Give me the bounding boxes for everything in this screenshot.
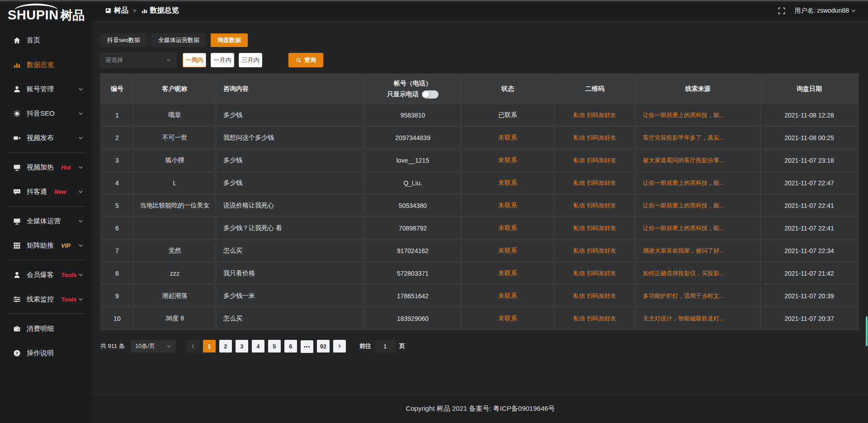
scan-add-friend-link[interactable]: 扫码加好友: [587, 225, 616, 231]
sidebar-item-lead-monitor[interactable]: 线索监控Tools: [0, 287, 93, 311]
page-button-5[interactable]: 5: [268, 340, 281, 352]
source-link[interactable]: 被大家追着问的客厅投影分享...: [643, 157, 724, 164]
sidebar-item-label: 线索监控: [27, 295, 54, 304]
sidebar-item-label: 会员爆客: [27, 271, 54, 279]
chevron-down-icon: [78, 86, 84, 92]
sidebar-item-member-baoke[interactable]: 会员爆客Tools: [0, 263, 93, 287]
scan-add-friend-link[interactable]: 扫码加好友: [587, 157, 616, 164]
cell-nickname: 当地比较能吃的一位美女: [134, 194, 216, 217]
tab-2[interactable]: 询盘数据: [211, 33, 248, 47]
cell-nickname: [134, 217, 216, 240]
chevron-down-icon: [78, 272, 84, 278]
sidebar-item-home[interactable]: 首页: [0, 28, 93, 52]
cell-account: 183929060: [364, 307, 462, 330]
scan-add-friend-link[interactable]: 扫码加好友: [587, 315, 616, 322]
scan-add-friend-link[interactable]: 扫码加好友: [587, 202, 616, 209]
cell-qrcode: 私信扫码加好友: [554, 172, 636, 194]
cell-content: 我只看价格: [216, 262, 364, 285]
goto-page-input[interactable]: [375, 340, 395, 352]
period-button-2[interactable]: 三月内: [239, 53, 262, 67]
sidebar-item-douyin-seo[interactable]: 抖音SEO: [0, 101, 93, 126]
sidebar-item-badge: Tools: [61, 272, 76, 278]
page-button-4[interactable]: 4: [252, 340, 264, 352]
private-msg-link[interactable]: 私信: [573, 202, 585, 209]
sidebar-item-data-overview[interactable]: 数据总览: [0, 52, 93, 77]
page-ellipsis-button[interactable]: •••: [301, 340, 313, 353]
cell-account: 178651642: [364, 285, 462, 307]
private-msg-link[interactable]: 私信: [573, 225, 585, 231]
table-row: 3狐小狸多少钱love__1215未联系私信扫码加好友被大家追着问的客厅投影分享…: [101, 149, 859, 172]
page-button-6[interactable]: 6: [284, 340, 297, 352]
source-link[interactable]: 多功能护栏灯，适用于乡村文...: [643, 292, 724, 299]
source-link[interactable]: 让你一眼就爱上的黑科技，能...: [643, 225, 724, 231]
breadcrumb-root[interactable]: 树品: [114, 6, 128, 15]
cell-date: 2021-11-07 22:34: [760, 240, 859, 262]
next-page-button[interactable]: [333, 340, 346, 352]
scan-add-friend-link[interactable]: 扫码加好友: [587, 270, 616, 277]
cell-date: 2021-11-07 22:41: [760, 194, 859, 217]
source-link[interactable]: 感谢大家喜欢我家，被问了好...: [643, 247, 724, 254]
source-link[interactable]: 让你一眼就爱上的黑科技，能...: [643, 112, 724, 118]
cell-no: 3: [101, 149, 134, 172]
private-msg-link[interactable]: 私信: [573, 270, 585, 277]
sidebar-item-label: 视频发布: [27, 134, 54, 142]
scrollbar-thumb[interactable]: [866, 316, 868, 346]
scan-add-friend-link[interactable]: 扫码加好友: [587, 179, 616, 186]
grid-icon: [13, 241, 21, 249]
private-msg-link[interactable]: 私信: [573, 247, 585, 254]
sidebar-item-account-manage[interactable]: 账号管理: [0, 77, 93, 101]
private-msg-link[interactable]: 私信: [573, 179, 585, 186]
source-link[interactable]: 让你一眼就爱上的黑科技，能...: [643, 179, 724, 186]
chevron-down-icon: [78, 218, 84, 224]
sidebar-item-video-heat[interactable]: 视频加热Hot: [0, 155, 93, 179]
video-icon: [13, 134, 21, 142]
fullscreen-icon[interactable]: [778, 7, 785, 14]
sidebar-item-consume-detail[interactable]: 消费明细: [0, 316, 93, 341]
page-button-92[interactable]: 92: [317, 340, 330, 352]
sidebar-item-douketong[interactable]: 抖客通New: [0, 179, 93, 204]
source-link[interactable]: 如何正确选择投影仪，买投影...: [643, 270, 724, 277]
header-nickname: 客户昵称: [134, 74, 216, 104]
logo-arc: [14, 4, 58, 17]
period-button-0[interactable]: 一周内: [183, 53, 206, 67]
copyright-text: Copyright 树品 2021 备案号: 粤ICP备09019646号: [406, 404, 555, 413]
cell-status: 未联系: [462, 307, 554, 330]
page-button-2[interactable]: 2: [219, 340, 232, 352]
sidebar-item-matrix-boost[interactable]: 矩阵助推VIP: [0, 233, 93, 258]
source-link[interactable]: 客厅安装投影半年多了，真实...: [643, 134, 724, 141]
monitor-icon: [13, 163, 21, 171]
cell-no: 5: [101, 194, 134, 217]
prev-page-button[interactable]: [187, 340, 199, 352]
user-label: 用户名: zswodun88: [794, 7, 849, 15]
tab-1[interactable]: 全媒体运营数据: [151, 33, 206, 47]
scan-add-friend-link[interactable]: 扫码加好友: [587, 292, 616, 299]
private-msg-link[interactable]: 私信: [573, 292, 585, 299]
tab-0[interactable]: 抖音seo数据: [100, 33, 147, 47]
user-dropdown[interactable]: 用户名: zswodun88: [794, 7, 856, 15]
private-msg-link[interactable]: 私信: [573, 157, 585, 164]
scan-add-friend-link[interactable]: 扫码加好友: [587, 247, 616, 254]
scan-add-friend-link[interactable]: 扫码加好友: [587, 112, 616, 118]
page-button-3[interactable]: 3: [236, 340, 248, 352]
page-button-1[interactable]: 1: [203, 340, 216, 352]
cell-account: 2097344839: [364, 127, 462, 149]
sidebar-item-media-operation[interactable]: 全媒体运营: [0, 209, 93, 233]
account-select[interactable]: 请选择: [100, 53, 176, 67]
source-link[interactable]: 无主灯设计，智能磁吸轨道灯...: [643, 315, 724, 322]
cell-date: 2021-11-07 22:41: [760, 217, 859, 240]
source-link[interactable]: 让你一眼就爱上的黑科技，能...: [643, 202, 724, 209]
phone-only-toggle[interactable]: [422, 90, 439, 99]
private-msg-link[interactable]: 私信: [573, 134, 585, 141]
period-button-1[interactable]: 一月内: [211, 53, 234, 67]
sidebar-item-video-publish[interactable]: 视频发布: [0, 126, 93, 150]
page-size-select[interactable]: 10条/页: [131, 340, 175, 352]
search-button[interactable]: 查询: [288, 53, 323, 67]
cell-qrcode: 私信扫码加好友: [554, 217, 636, 240]
private-msg-link[interactable]: 私信: [573, 315, 585, 322]
scan-add-friend-link[interactable]: 扫码加好友: [587, 134, 616, 141]
private-msg-link[interactable]: 私信: [573, 112, 585, 118]
cell-source: 让你一眼就爱上的黑科技，能...: [636, 217, 760, 240]
logo-text-cn: 树品: [61, 9, 85, 22]
sidebar-item-operation-guide[interactable]: ?操作说明: [0, 341, 93, 365]
cell-no: 10: [101, 307, 134, 330]
